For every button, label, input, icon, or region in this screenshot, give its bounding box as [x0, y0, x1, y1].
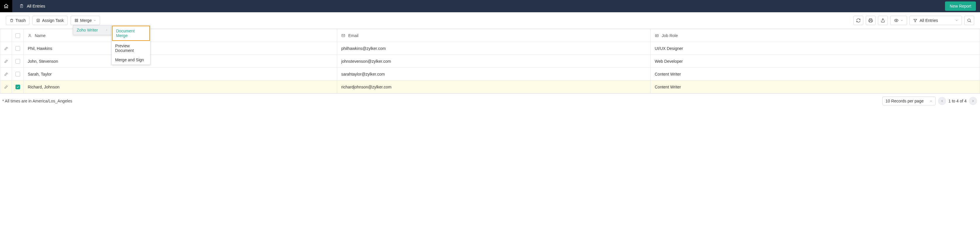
email-cell: johnstevenson@zylker.com	[337, 55, 651, 68]
next-page-button[interactable]	[969, 97, 977, 105]
document-merge-item[interactable]: Document Merge	[112, 26, 150, 41]
edit-cell	[0, 68, 12, 81]
email-value: richardjohnson@zylker.com	[341, 85, 391, 89]
merge-icon	[75, 18, 78, 22]
chevron-down-icon	[929, 99, 932, 102]
preview-document-item[interactable]: Preview Document	[112, 41, 150, 55]
row-checkbox[interactable]	[16, 85, 20, 89]
row-checkbox[interactable]	[16, 46, 20, 51]
name-cell: Richard, Johnson	[24, 81, 337, 93]
filter-icon	[913, 18, 917, 22]
new-report-button[interactable]: New Report	[945, 2, 976, 11]
envelope-icon	[341, 34, 345, 38]
person-icon	[28, 34, 32, 38]
svg-point-8	[656, 35, 657, 36]
checkbox-cell	[12, 81, 24, 93]
table-row: Sarah, Taylor sarahtaylor@zylker.com Con…	[0, 68, 980, 81]
column-email-label: Email	[348, 33, 358, 38]
edit-cell	[0, 42, 12, 55]
refresh-button[interactable]	[853, 16, 863, 25]
id-card-icon	[655, 34, 659, 38]
header-name[interactable]: Name	[24, 29, 337, 42]
row-checkbox[interactable]	[16, 72, 20, 77]
filter-label: All Entries	[920, 18, 938, 23]
name-value: Phil, Hawkins	[28, 46, 52, 51]
new-report-label: New Report	[950, 4, 971, 8]
merge-submenu-l2: Document Merge Preview Document Merge an…	[111, 25, 151, 65]
svg-point-5	[29, 34, 30, 36]
merge-label: Merge	[80, 18, 92, 23]
email-value: sarahtaylor@zylker.com	[341, 72, 385, 77]
jobrole-value: Web Developer	[655, 59, 683, 64]
records-per-page-label: 10 Records per page	[886, 99, 924, 103]
visibility-button[interactable]	[890, 16, 907, 25]
merge-button[interactable]: Merge	[71, 16, 100, 25]
svg-rect-2	[869, 21, 872, 22]
header-checkbox-cell	[12, 29, 24, 42]
assign-task-button[interactable]: Assign Task	[32, 16, 67, 25]
zoho-writer-item[interactable]: Zoho Writer	[73, 26, 111, 35]
jobrole-cell: Content Writer	[651, 81, 980, 93]
merge-and-sign-item[interactable]: Merge and Sign	[112, 55, 150, 64]
share-button[interactable]	[878, 16, 888, 25]
eye-icon	[894, 18, 899, 23]
jobrole-cell: Content Writer	[651, 68, 980, 81]
name-cell: Phil, Hawkins	[24, 42, 337, 55]
zoho-writer-label: Zoho Writer	[77, 28, 98, 32]
row-checkbox[interactable]	[16, 59, 20, 64]
email-cell: richardjohnson@zylker.com	[337, 81, 651, 93]
assign-task-label: Assign Task	[42, 18, 64, 23]
chevron-left-icon	[940, 99, 944, 103]
checkbox-cell	[12, 42, 24, 55]
column-name-label: Name	[35, 33, 46, 38]
pencil-icon[interactable]	[4, 59, 8, 63]
header-edit	[0, 29, 12, 42]
task-list-icon	[36, 18, 40, 22]
email-value: philhawkins@zylker.com	[341, 46, 386, 51]
page-info: 1 to 4 of 4	[948, 99, 967, 103]
edit-cell	[0, 81, 12, 93]
printer-icon	[868, 18, 873, 23]
pagination: 10 Records per page 1 to 4 of 4	[882, 97, 977, 105]
name-value: John, Stevenson	[28, 59, 58, 64]
svg-point-3	[896, 20, 897, 21]
merge-dropdown-wrapper: Merge Zoho Writer Document Merge Preview…	[71, 16, 100, 25]
chevron-right-icon	[971, 99, 975, 103]
header-email[interactable]: Email	[337, 29, 651, 42]
all-entries-link[interactable]: All Entries	[12, 4, 52, 8]
table-row: Richard, Johnson richardjohnson@zylker.c…	[0, 81, 980, 93]
email-cell: philhawkins@zylker.com	[337, 42, 651, 55]
home-button[interactable]	[0, 0, 12, 12]
svg-point-4	[968, 19, 970, 22]
app-header: All Entries New Report	[0, 0, 980, 12]
filter-dropdown[interactable]: All Entries	[909, 16, 962, 25]
clipboard-icon	[19, 4, 24, 8]
pencil-icon[interactable]	[4, 46, 8, 51]
edit-cell	[0, 55, 12, 68]
home-icon	[3, 3, 9, 9]
records-per-page-select[interactable]: 10 Records per page	[882, 97, 935, 105]
pencil-icon[interactable]	[4, 72, 8, 76]
jobrole-value: Content Writer	[655, 72, 681, 77]
trash-label: Trash	[16, 18, 25, 23]
print-button[interactable]	[865, 16, 876, 25]
document-merge-label: Document Merge	[116, 29, 135, 38]
pencil-icon[interactable]	[4, 85, 8, 89]
search-button[interactable]	[964, 16, 974, 25]
checkbox-cell	[12, 55, 24, 68]
trash-button[interactable]: Trash	[6, 16, 29, 25]
trash-icon	[10, 18, 14, 22]
email-cell: sarahtaylor@zylker.com	[337, 68, 651, 81]
header-jobrole[interactable]: Job Role	[651, 29, 980, 42]
merge-submenu-l1: Zoho Writer	[73, 25, 112, 35]
jobrole-value: UI/UX Designer	[655, 46, 683, 51]
search-icon	[967, 18, 972, 23]
toolbar: Trash Assign Task Merge Zoho Writer	[0, 12, 980, 29]
jobrole-cell: Web Developer	[651, 55, 980, 68]
select-all-checkbox[interactable]	[16, 33, 20, 38]
merge-and-sign-label: Merge and Sign	[115, 58, 144, 62]
name-value: Richard, Johnson	[28, 85, 59, 89]
column-jobrole-label: Job Role	[662, 33, 678, 38]
chevron-down-icon	[955, 19, 958, 22]
prev-page-button[interactable]	[938, 97, 946, 105]
